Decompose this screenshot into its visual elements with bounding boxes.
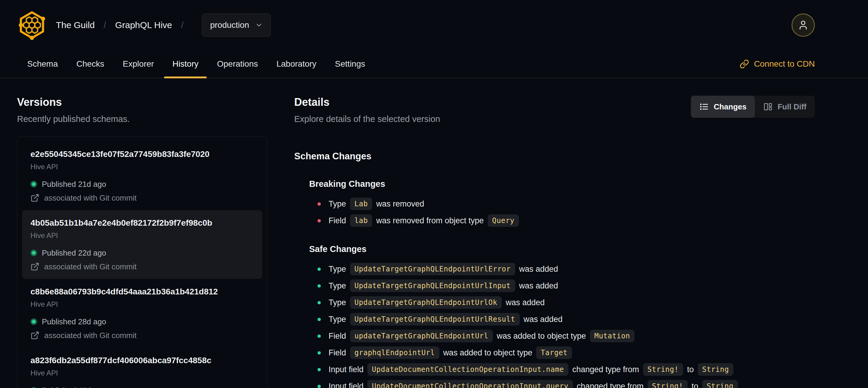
version-service: Hive API [30,162,254,171]
safe-bullet-icon [317,301,321,304]
schema-changes-section: Schema Changes Breaking Changes Type Lab… [294,151,815,388]
code-badge: UpdateDocumentCollectionOperationInput.n… [367,363,568,376]
connect-to-cdn-label: Connect to CDN [754,59,815,69]
change-text: Type [329,199,346,209]
target-selector-dropdown[interactable]: production [202,13,271,37]
tab-explorer[interactable]: Explorer [115,50,162,78]
schema-changes-title: Schema Changes [294,151,815,162]
version-hash: a823f6db2a55df877dcf406006abca97fcc4858c [30,355,254,365]
code-badge: UpdateDocumentCollectionOperationInput.q… [367,380,573,388]
change-text: was added [524,315,563,324]
nav-tabs: Schema Checks Explorer History Operation… [19,50,374,78]
version-card[interactable]: a823f6db2a55df877dcf406006abca97fcc4858c… [22,348,262,388]
tab-history[interactable]: History [164,50,207,78]
breaking-change-item: Field lab was removed from object type Q… [317,214,815,227]
git-commit-link[interactable]: associated with Git commit [30,331,254,340]
code-badge: Query [488,214,519,227]
breadcrumb: The Guild / GraphQL Hive / [56,20,192,30]
main-nav: Schema Checks Explorer History Operation… [0,50,868,78]
code-badge: String [698,363,734,376]
code-badge: String! [643,363,683,376]
safe-change-item: Type UpdateTargetGraphQLEndpointUrlOk wa… [317,296,815,309]
code-badge: Mutation [590,330,635,342]
connect-to-cdn-link[interactable]: Connect to CDN [740,59,815,69]
page-content: Versions Recently published schemas. e2e… [0,78,868,388]
hive-logo-icon[interactable] [17,10,47,40]
breadcrumb-separator: / [104,20,106,30]
full-diff-toggle-label: Full Diff [777,102,806,112]
code-badge: UpdateTargetGraphQLEndpointUrlOk [350,296,502,309]
breaking-changes-group: Breaking Changes Type Lab was removed Fi… [309,179,815,227]
tab-laboratory[interactable]: Laboratory [268,50,325,78]
code-badge: Target [536,347,572,359]
versions-panel: Versions Recently published schemas. e2e… [17,96,267,388]
change-text: changed type from [572,365,639,374]
change-text: to [691,382,699,388]
tab-settings[interactable]: Settings [327,50,373,78]
diff-columns-icon [763,102,773,112]
breaking-change-item: Type Lab was removed [317,197,815,210]
change-text: was added [519,265,558,274]
breaking-bullet-icon [317,202,321,206]
app-header: The Guild / GraphQL Hive / production Sc… [0,0,868,78]
published-label: Published 21d ago [42,180,106,189]
changes-toggle-label: Changes [714,102,746,112]
safe-bullet-icon [317,268,321,271]
breadcrumb-org[interactable]: The Guild [56,20,95,30]
list-icon [699,102,709,112]
published-status-dot-icon [30,181,37,187]
change-text: Input field [329,382,364,388]
version-service: Hive API [30,300,254,309]
change-text: changed type from [577,382,644,388]
safe-change-item: Field graphqlEndpointUrl was added to ob… [317,346,815,359]
tab-schema[interactable]: Schema [19,50,66,78]
change-text: was removed from object type [376,216,484,226]
breaking-bullet-icon [317,219,321,222]
published-label: Published 22d ago [42,248,106,257]
version-published-row: Published 21d ago [30,180,254,189]
version-card-selected[interactable]: 4b05ab51b1b4a7e2e4b0ef82172f2b9f7ef98c0b… [22,210,262,279]
code-badge: graphqlEndpointUrl [350,347,439,359]
git-commit-link[interactable]: associated with Git commit [30,262,254,271]
details-subtitle: Explore details of the selected version [294,114,440,124]
git-commit-label: associated with Git commit [44,262,136,271]
git-commit-link[interactable]: associated with Git commit [30,193,254,202]
version-card[interactable]: c8b6e88a06793b9c4dfd54aaa21b36a1b421d812… [22,279,262,348]
external-link-icon [30,331,39,340]
change-text: Input field [329,365,364,374]
change-text: was added to object type [443,348,533,358]
version-card[interactable]: e2e55045345ce13fe07f52a77459b83fa3fe7020… [22,141,262,210]
tab-checks[interactable]: Checks [68,50,113,78]
code-badge: UpdateTargetGraphQLEndpointUrlResult [350,313,520,326]
breadcrumb-project[interactable]: GraphQL Hive [115,20,172,30]
code-badge: UpdateTargetGraphQLEndpointUrlInput [350,279,515,292]
breadcrumb-separator: / [181,20,183,30]
safe-bullet-icon [317,385,321,388]
change-text: Type [329,265,346,274]
version-service: Hive API [30,231,254,240]
change-text: was added to object type [497,331,586,341]
details-title: Details [294,96,440,109]
published-status-dot-icon [30,318,37,325]
version-published-row: Published 40d ago [30,386,254,388]
full-diff-toggle-button[interactable]: Full Diff [755,96,815,118]
published-label: Published 40d ago [42,386,106,388]
active-tab-underline [164,77,207,78]
tab-operations[interactable]: Operations [209,50,266,78]
versions-title: Versions [17,96,267,109]
git-commit-label: associated with Git commit [44,331,136,340]
change-text: Field [329,331,346,341]
published-label: Published 28d ago [42,317,106,326]
code-badge: updateTargetGraphQLEndpointUrl [350,330,493,342]
change-text: Field [329,348,346,358]
safe-change-item: Type UpdateTargetGraphQLEndpointUrlInput… [317,279,815,292]
version-published-row: Published 28d ago [30,317,254,326]
changes-toggle-button[interactable]: Changes [691,96,755,118]
change-text: was removed [376,199,424,209]
target-selector-value: production [210,20,249,30]
safe-change-item: Type UpdateTargetGraphQLEndpointUrlError… [317,263,815,276]
version-hash: 4b05ab51b1b4a7e2e4b0ef82172f2b9f7ef98c0b [30,218,254,228]
user-avatar-button[interactable] [792,13,815,37]
git-commit-label: associated with Git commit [44,193,136,202]
safe-bullet-icon [317,351,321,355]
